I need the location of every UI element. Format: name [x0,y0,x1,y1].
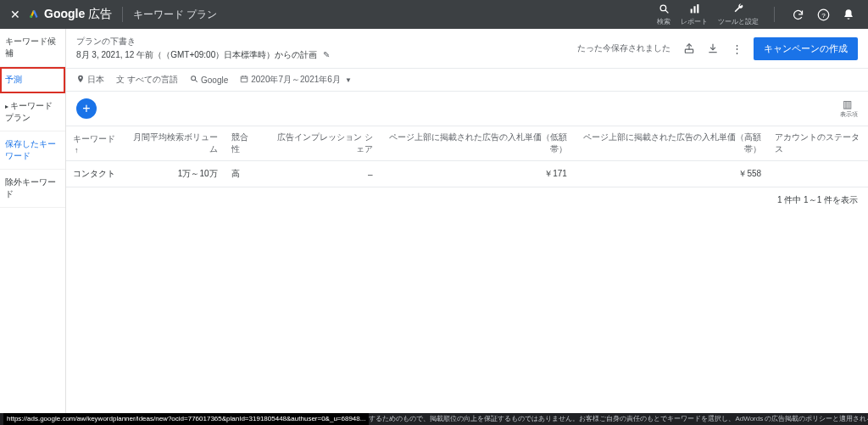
cell-competition: 高 [225,161,262,187]
sidebar-item-negative-keywords[interactable]: 除外キーワード [0,170,65,208]
col-keyword[interactable]: キーワード↑ [66,126,125,161]
tools-tool[interactable]: ツールと設定 [718,3,759,26]
page-title: キーワード プラン [133,8,217,22]
refresh-icon[interactable] [787,4,808,25]
keyword-table: キーワード↑ 月間平均検索ボリューム 競合性 広告インプレッション シェア ペー… [66,126,868,187]
create-campaign-button[interactable]: キャンペーンの作成 [754,37,858,60]
status-disclaimer: するためのもので、掲載順位の向上を保証するものではありません。お客様ご自身の責任… [369,415,868,422]
svg-line-2 [665,10,668,13]
sidebar: キーワード候補 予測 ▸キーワード プラン 保存したキーワード 除外キーワード [0,29,66,413]
add-keyword-button[interactable]: + [76,98,97,119]
cell-impr-share: – [262,161,380,187]
language-filter[interactable]: 文 すべての言語 [116,74,178,86]
report-tool[interactable]: レポート [681,3,708,26]
plan-date-line: 8月 3, 2021, 12 午前（（GMT+09:00）日本標準時）からの計画… [76,49,577,61]
table-row[interactable]: コンタクト 1万～10万 高 – ￥171 ￥558 [66,161,868,187]
network-filter[interactable]: Google [190,75,228,85]
cell-status [768,161,868,187]
status-bar: https://ads.google.com/aw/keywordplanner… [0,413,868,425]
download-icon[interactable] [701,36,725,60]
location-filter[interactable]: 日本 [76,74,104,86]
edit-icon[interactable]: ✎ [323,50,330,59]
search-icon [659,3,670,16]
svg-rect-5 [697,4,698,13]
cell-bid-high: ￥558 [574,161,768,187]
col-competition[interactable]: 競合性 [225,126,262,161]
columns-icon: ▥ [840,98,854,110]
more-icon[interactable]: ⋮ [725,36,748,60]
sidebar-item-saved-keywords[interactable]: 保存したキーワード [0,131,65,170]
close-icon[interactable]: ✕ [7,8,24,21]
calendar-icon [240,75,248,85]
location-icon [76,75,85,85]
col-volume[interactable]: 月間平均検索ボリューム [125,126,225,161]
cell-volume: 1万～10万 [125,161,225,187]
help-icon[interactable]: ? [813,4,833,25]
sort-asc-icon: ↑ [75,146,79,154]
svg-rect-3 [690,8,692,13]
svg-rect-12 [242,76,248,82]
col-impr-share[interactable]: 広告インプレッション シェア [262,126,380,161]
cell-bid-low: ￥171 [380,161,574,187]
content-area: プランの下書き 8月 3, 2021, 12 午前（（GMT+09:00）日本標… [66,29,868,413]
search-tool[interactable]: 検索 [657,3,670,26]
sidebar-item-keyword-ideas[interactable]: キーワード候補 [0,29,65,67]
plan-header: プランの下書き 8月 3, 2021, 12 午前（（GMT+09:00）日本標… [66,29,868,69]
network-icon [190,75,198,85]
svg-point-1 [660,5,666,11]
col-bid-low[interactable]: ページ上部に掲載された広告の入札単価（低額帯） [380,126,574,161]
col-status[interactable]: アカウントのステータス [768,126,868,161]
svg-text:?: ? [821,11,826,19]
svg-point-10 [192,76,196,81]
saved-status: たった今保存されました [577,42,670,54]
chart-icon [689,3,700,16]
brand-label: Google 広告 [44,7,112,22]
wrench-icon [733,3,744,16]
svg-point-0 [30,15,32,18]
divider [774,7,775,22]
google-ads-logo-icon [29,7,39,22]
divider [122,7,123,22]
table-toolbar: + ▥ 表示項 [66,92,868,126]
share-icon[interactable] [677,36,701,60]
sidebar-item-keyword-plan[interactable]: ▸キーワード プラン [0,93,65,131]
columns-button[interactable]: ▥ 表示項 [840,98,858,119]
svg-rect-8 [685,49,693,53]
svg-rect-4 [693,6,695,13]
svg-line-11 [195,80,198,82]
table-footer: 1 件中 1～1 件を表示 [66,187,868,213]
date-filter[interactable]: 2020年7月～2021年6月 ▼ [240,74,352,86]
top-bar: ✕ Google 広告 キーワード プラン 検索 レポート ツールと設定 ? [0,0,868,29]
language-icon: 文 [116,74,125,86]
notifications-icon[interactable] [838,4,859,25]
plan-draft-label: プランの下書き [76,36,577,48]
filter-bar: 日本 文 すべての言語 Google 2020年7月～2021年6月 ▼ [66,69,868,92]
chevron-down-icon: ▼ [345,76,352,84]
cell-keyword: コンタクト [66,161,125,187]
sidebar-item-forecast[interactable]: 予測 [0,67,65,93]
caret-icon: ▸ [5,103,8,110]
col-bid-high[interactable]: ページ上部に掲載された広告の入札単価（高額帯） [574,126,768,161]
status-url: https://ads.google.com/aw/keywordplanner… [3,413,369,425]
